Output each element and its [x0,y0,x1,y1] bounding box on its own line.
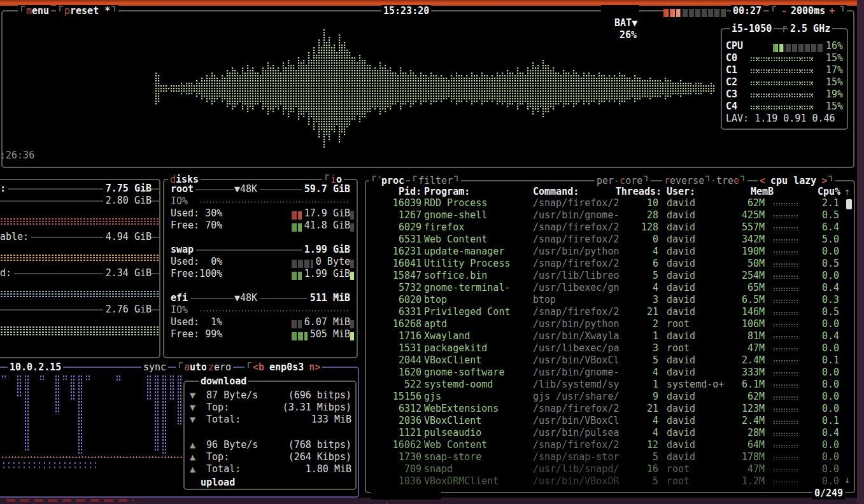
reverse-rest: everse [670,175,704,186]
tick [705,176,709,181]
tick [644,176,648,181]
process-row[interactable]: 2036VBoxClient/usr/bin/VBoxCl4david2.4M0… [365,415,849,427]
tick [325,174,329,180]
select-up-icon[interactable]: ↑ [384,500,390,504]
cpu-total-row: CPU 16% [726,40,843,52]
scroll-down-icon[interactable]: ↓ [844,474,850,486]
net-graph-column [70,375,76,400]
process-row[interactable]: 1716Xwayland/usr/bin/Xwayla1david81M0.4 [365,330,849,342]
disk-row-efi: efi ▼48K 511 MiB [171,292,350,304]
scrollbar-thumb[interactable] [846,199,852,209]
cpu-mini-graph [773,311,798,315]
net-graph-column [78,375,83,454]
download-title: download [199,375,248,388]
tick [783,26,787,32]
menu-button[interactable]: menu [18,5,51,17]
process-row[interactable]: 6531Web Content/snap/firefox/20david342M… [365,234,849,246]
process-row[interactable]: 6020btopbtop3david6.5M0.3 [365,294,849,306]
mem-used-value: 2.80 GiB [103,195,152,207]
mem-cached-graph [0,290,159,298]
load-average: LAV: 1.19 0.91 0.46 [726,113,843,125]
scroll-up-icon[interactable]: ↑ [844,186,850,198]
cpu-frequency: 2.5 GHz [788,23,832,35]
up-arrow-icon: ▲ [190,451,195,463]
col-header-mem[interactable]: MemB [729,186,774,198]
auto-button[interactable]: auto [176,361,209,374]
sort-next-button[interactable]: > [821,175,827,186]
preset-button[interactable]: preset * [56,5,118,17]
net-graph-column [154,375,160,451]
net-graph-column [162,375,167,454]
zero-button[interactable]: zero [206,361,233,374]
process-row[interactable]: 2044VBoxClient/usr/bin/VBoxCl5david2.4M0… [365,354,849,367]
cpu-mini-graph [773,408,798,412]
net-graph-column [62,375,68,380]
process-row[interactable]: 16041Utility Process/snap/firefox/26davi… [365,258,849,270]
process-row[interactable]: 6029firefox/snap/firefox/2128david557M6.… [365,221,849,234]
process-row[interactable]: 5732gnome-terminal-/usr/libexec/gn4david… [365,282,849,294]
per-core-hotkey: c [620,175,625,186]
cpu-mini-graph [773,263,798,267]
cpu-mini-graph [773,251,798,255]
disk-free-label: Free: 99% [171,328,222,340]
tick [59,6,63,11]
interval-increase-button[interactable]: + [829,5,835,17]
disk-io-row: IO% [171,304,350,316]
process-row[interactable]: 1267gnome-shell/usr/bin/gnome-28david425… [365,209,849,221]
disk-io-graph [199,309,350,312]
process-row[interactable]: 15847soffice.bin/usr/lib/libreo5david254… [365,270,849,282]
per-core-pre: per- [597,175,620,186]
disk-name: root [171,183,196,195]
disk-name: efi [171,292,190,304]
process-row[interactable]: 6312WebExtensions/snap/firefox/221david1… [365,403,849,415]
download-top-row: ▼ Top: (3.31 Mibps) [190,402,351,414]
col-header-threads[interactable]: Threads: [611,186,662,198]
iface-next-button[interactable]: n> [309,361,320,373]
process-row[interactable]: 1531packagekitd/usr/libexec/pa3root47M0.… [365,342,849,354]
auto-hotkey: a [184,361,190,373]
download-total-row: ▼ Total: 133 MiB [190,414,351,426]
battery-time: 00:27 [731,5,763,17]
proc-header-row: Pid: Program: Command: Threads: User: Me… [365,186,849,198]
sync-button[interactable]: sync [141,361,168,374]
mem-cached-value: 2.34 GiB [103,267,152,279]
process-row[interactable]: 709snapd/usr/lib/snapd/16root47M0.0 [365,463,849,475]
disk-free-row: Free: 70% 41.8 GiB [171,220,350,232]
process-row[interactable]: 16268aptd/usr/bin/python2root106M0.0 [365,318,849,330]
disk-free-value: 41.8 GiB [302,220,350,232]
preset-label: reset * [70,5,110,17]
process-row[interactable]: 1036VBoxDRMClient/usr/bin/VBoxDR5root1.2… [365,475,849,487]
process-row[interactable]: 1620gnome-software/usr/bin/gnome-4david3… [365,367,849,379]
sort-field: cpu lazy [770,175,816,186]
sort-prev-button[interactable]: < [760,175,765,186]
process-row[interactable]: 15156gjsgjs /usr/share/9david62M0.0 [365,391,849,403]
net-graph-column [177,375,182,424]
interface-switch[interactable]: <benp0s3n> [244,361,322,374]
mem-total-row: : 7.75 GiB [0,183,159,195]
col-header-pid[interactable]: Pid: [365,186,421,198]
process-row[interactable]: 16231update-manager/usr/bin/python4david… [365,246,849,258]
process-row[interactable]: 1121pulseaudio/usr/bin/pulsea4david28M0.… [365,427,849,439]
process-row[interactable]: 1730snap-store/snap/snap-stor5david178M0… [365,451,849,463]
net-graph-column [55,375,60,414]
col-header-cpu[interactable]: Cpu% [802,186,840,198]
cpu-mini-graph [773,432,798,436]
process-row[interactable]: 16039RDD Process/snap/firefox/210david62… [365,197,849,209]
reverse-hotkey: r [664,175,670,186]
mem-free-graph [0,326,159,336]
btop-screen: { "colors": { "accent_orange": "#cf4a22"… [0,0,864,504]
process-row[interactable]: 522systemd-oomd/lib/systemd/sy1systemd-o… [365,379,849,391]
iface-prev-button[interactable]: <b [253,361,264,373]
interval-decrease-button[interactable]: - [781,5,787,17]
cpu-mini-graph [773,202,798,206]
disk-io-rate: ▼48K [234,183,260,195]
process-row[interactable]: 6331Privileged Cont/snap/firefox/221davi… [365,306,849,318]
zero-hotkey: z [208,361,214,373]
download-speed-row: ▼ 87 Byte/s (696 bitps) [190,389,351,402]
net-graph-column [17,375,22,398]
mem-free-row: 2.76 GiB [0,304,159,316]
col-header-user[interactable]: User: [667,186,737,198]
process-row[interactable]: 16062Web Content/snap/firefox/212david64… [365,439,849,451]
mem-used-row: 2.80 GiB [0,195,159,207]
col-header-program[interactable]: Program: [424,186,529,198]
